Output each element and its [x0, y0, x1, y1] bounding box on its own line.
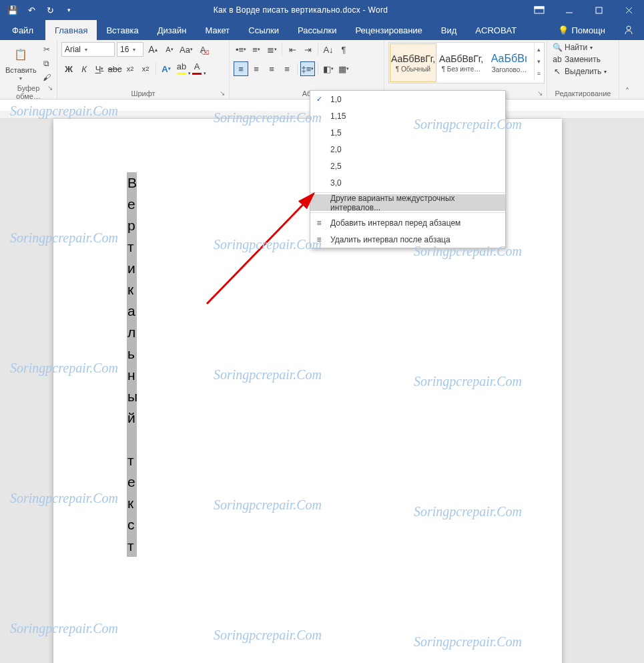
find-button[interactable]: 🔍Найти▾	[551, 42, 594, 53]
clear-format-button[interactable]: A⌫	[196, 42, 210, 57]
quick-access-toolbar: 💾 ↶ ↻ ▾	[0, 1, 77, 19]
cut-button[interactable]: ✂	[41, 43, 53, 55]
style-normal[interactable]: АаБбВвГг, ¶ Обычный	[390, 43, 436, 82]
undo-button[interactable]: ↶	[23, 1, 40, 19]
spacing-option-1.0[interactable]: 1,0	[310, 91, 505, 107]
tab-insert[interactable]: Вставка	[97, 20, 147, 40]
multilevel-button[interactable]: ≣▾	[264, 42, 279, 57]
tab-review[interactable]: Рецензирование	[346, 20, 431, 40]
spacing-option-2.5[interactable]: 2,5	[310, 158, 505, 174]
bold-button[interactable]: Ж	[61, 61, 76, 76]
tell-me-label: Помощн	[571, 25, 605, 35]
line-spacing-menu: 1,0 1,15 1,5 2,0 2,5 3,0 Другие варианты…	[310, 90, 506, 248]
align-left-button[interactable]: ≡	[234, 61, 248, 76]
tab-design[interactable]: Дизайн	[148, 20, 196, 40]
window-controls	[524, 0, 644, 20]
text-effects-button[interactable]: A▾	[159, 61, 174, 76]
style-no-spacing[interactable]: АаБбВвГг, ¶ Без инте…	[438, 43, 485, 82]
minimize-button[interactable]	[554, 0, 584, 20]
paste-button[interactable]: 📋 Вставить ▾	[4, 42, 38, 83]
tab-mailings[interactable]: Рассылки	[288, 20, 346, 40]
redo-button[interactable]: ↻	[41, 1, 59, 19]
line-spacing-button[interactable]: ‡≡▾	[300, 61, 315, 76]
bullets-button[interactable]: •≡▾	[234, 42, 248, 57]
font-size-combo[interactable]: 16▾	[117, 42, 143, 57]
align-right-button[interactable]: ≡	[264, 61, 279, 76]
group-label-editing: Редактирование	[555, 89, 611, 97]
clipboard-dialog-icon[interactable]: ↘	[47, 84, 53, 91]
tab-view[interactable]: Вид	[432, 20, 466, 40]
change-case-button[interactable]: Aa▾	[179, 42, 194, 57]
tab-layout[interactable]: Макет	[196, 20, 239, 40]
spacing-option-1.15[interactable]: 1,15	[310, 107, 505, 124]
superscript-button[interactable]: x2	[138, 61, 153, 76]
strikethrough-button[interactable]: abc	[107, 61, 122, 76]
styles-scroll[interactable]: ▴▾≡	[534, 43, 543, 79]
spacing-option-3.0[interactable]: 3,0	[310, 174, 505, 191]
sort-button[interactable]: A↓	[321, 42, 336, 57]
increase-font-button[interactable]: A▴	[145, 42, 160, 57]
subscript-button[interactable]: x2	[123, 61, 137, 76]
tab-file[interactable]: Файл	[0, 20, 45, 40]
paste-label: Вставить	[5, 66, 37, 74]
clipboard-icon: 📋	[10, 43, 31, 65]
group-label-clipboard: Буфер обме…	[16, 84, 41, 100]
underline-button[interactable]: Ч▾	[92, 61, 107, 76]
tab-references[interactable]: Ссылки	[239, 20, 288, 40]
spacing-option-2.0[interactable]: 2,0	[310, 141, 505, 158]
replace-icon: ab	[553, 55, 562, 64]
format-painter-button[interactable]: 🖌	[41, 71, 53, 83]
ribbon-tabs: Файл Главная Вставка Дизайн Макет Ссылки…	[0, 20, 644, 40]
tab-acrobat[interactable]: ACROBAT	[466, 20, 526, 40]
cursor-icon: ↖	[553, 67, 562, 76]
group-label-font: Шрифт	[131, 89, 155, 97]
spacing-options-item[interactable]: Другие варианты междустрочных интервалов…	[310, 194, 505, 211]
decrease-font-button[interactable]: A▾	[162, 42, 177, 57]
space-after-icon: ≡	[310, 235, 328, 244]
maximize-button[interactable]	[584, 0, 614, 20]
window-title: Как в Ворде писать вертикально.docx - Wo…	[77, 5, 524, 15]
ribbon-options-button[interactable]	[524, 0, 554, 20]
increase-indent-button[interactable]: ⇥	[300, 42, 315, 57]
font-color-button[interactable]: A▾	[190, 61, 204, 76]
italic-button[interactable]: К	[77, 61, 91, 76]
svg-rect-1	[535, 7, 544, 9]
styles-dialog-icon[interactable]: ↘	[537, 89, 543, 97]
collapse-ribbon-button[interactable]: ˄	[619, 40, 635, 99]
svg-point-6	[627, 26, 631, 30]
borders-button[interactable]: ▦▾	[336, 61, 351, 76]
select-button[interactable]: ↖Выделить▾	[551, 66, 608, 77]
group-editing: 🔍Найти▾ abЗаменить ↖Выделить▾ Редактиров…	[547, 40, 619, 99]
copy-button[interactable]: ⧉	[41, 57, 53, 69]
spacing-option-1.5[interactable]: 1,5	[310, 124, 505, 141]
show-marks-button[interactable]: ¶	[336, 42, 351, 57]
tell-me[interactable]: 💡Помощн	[550, 25, 613, 35]
font-dialog-icon[interactable]: ↘	[220, 89, 225, 97]
remove-space-after-item[interactable]: ≡Удалить интервал после абзаца	[310, 231, 505, 248]
qat-customize-button[interactable]: ▾	[60, 1, 77, 19]
share-button[interactable]	[613, 25, 644, 35]
replace-button[interactable]: abЗаменить	[551, 54, 602, 65]
save-button[interactable]: 💾	[4, 1, 21, 19]
style-heading1[interactable]: АаБбВı Заголово…	[486, 43, 533, 82]
numbering-button[interactable]: ≡▾	[249, 42, 264, 57]
title-bar: 💾 ↶ ↻ ▾ Как в Ворде писать вертикально.d…	[0, 0, 644, 20]
justify-button[interactable]: ≡	[280, 61, 294, 76]
svg-rect-3	[596, 7, 602, 13]
shading-button[interactable]: ◧▾	[321, 61, 336, 76]
search-icon: 🔍	[553, 43, 562, 52]
font-name-combo[interactable]: Arial▾	[61, 42, 115, 57]
decrease-indent-button[interactable]: ⇤	[285, 42, 300, 57]
align-center-button[interactable]: ≡	[249, 61, 264, 76]
lightbulb-icon: 💡	[558, 25, 569, 35]
selected-text[interactable]: В е р т и к а л ь н ы й т е к с т	[127, 172, 137, 557]
highlight-button[interactable]: ab▾	[174, 61, 189, 76]
group-clipboard: 📋 Вставить ▾ ✂ ⧉ 🖌 Буфер обме…↘	[0, 40, 57, 99]
tab-home[interactable]: Главная	[45, 20, 97, 40]
space-before-icon: ≡	[310, 218, 328, 228]
group-font: Arial▾ 16▾ A▴ A▾ Aa▾ A⌫ Ж К Ч▾ abc x2 x2…	[57, 40, 230, 99]
close-button[interactable]	[614, 0, 644, 20]
add-space-before-item[interactable]: ≡Добавить интервал перед абзацем	[310, 214, 505, 231]
